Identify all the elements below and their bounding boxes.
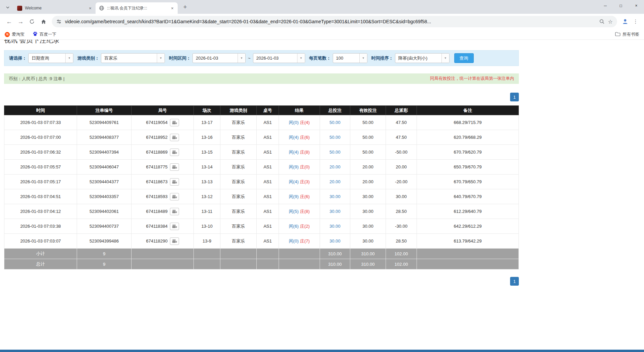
cell-total-bet: 50.00 xyxy=(320,145,350,160)
new-tab-button[interactable]: + xyxy=(180,2,190,12)
cell-bet-id: 523094404377 xyxy=(77,174,132,189)
cell-time: 2026-01-03 07:04:12 xyxy=(4,204,77,219)
sort-dropdown[interactable]: 降幂(由大到小) ▼ xyxy=(395,53,450,63)
col-session: 场次 xyxy=(194,106,220,115)
video-replay-icon[interactable] xyxy=(170,208,179,215)
chevron-down-icon[interactable]: ▼ xyxy=(238,54,245,63)
address-bar[interactable]: videoie.com/game/betrecord_search/kind3?… xyxy=(52,16,617,27)
filter-bar: 请选择： 日期查询 ▼ 游戏类别： 百家乐 ▼ 时间区间： 2026-01-03… xyxy=(4,50,519,66)
cell-valid-bet: 50.00 xyxy=(350,115,386,130)
total-bet-link[interactable]: 20.00 xyxy=(329,179,341,184)
back-button[interactable]: ← xyxy=(3,16,15,27)
maximize-button[interactable]: □ xyxy=(613,0,629,11)
chevron-down-icon[interactable]: ▼ xyxy=(157,54,165,63)
tab-close-icon[interactable]: × xyxy=(170,5,175,11)
subtotal-count: 9 xyxy=(77,249,132,259)
cell-note: 642.29/612.29 xyxy=(417,219,519,234)
sort-label: 时间排序： xyxy=(371,55,393,61)
reload-button[interactable] xyxy=(26,16,38,27)
tab-bet-record[interactable]: :::视讯 会员下注纪录::: × xyxy=(96,2,178,14)
cell-result: 闲(6)庄(2) xyxy=(279,219,320,234)
cell-game-type: 百家乐 xyxy=(220,115,257,130)
cell-time: 2026-01-03 07:03:07 xyxy=(4,234,77,249)
total-bet-link[interactable]: 30.00 xyxy=(329,238,341,244)
bookmark-star-icon[interactable]: ☆ xyxy=(608,19,613,25)
cell-time: 2026-01-03 07:05:17 xyxy=(4,174,77,189)
minimize-button[interactable]: ─ xyxy=(598,0,613,11)
tab-title: :::视讯 会员下注纪录::: xyxy=(107,5,167,11)
summary-bar: 币别：人民币 | 总共 :9 注单 | 同局有效投注，统一计算在该局第一张注单内 xyxy=(4,73,519,84)
page-size-value: 100 xyxy=(333,54,359,63)
video-replay-icon[interactable] xyxy=(170,223,179,230)
total-bet-link[interactable]: 30.00 xyxy=(329,194,341,199)
page-1-button[interactable]: 1 xyxy=(510,277,519,286)
cell-round: 674119054 xyxy=(132,115,194,130)
round-number: 674118593 xyxy=(146,194,168,199)
page-size-label: 每页笔数： xyxy=(309,55,331,61)
cell-game-type: 百家乐 xyxy=(220,145,257,160)
total-bet-link[interactable]: 50.00 xyxy=(329,150,341,155)
cell-bet-id: 523094409761 xyxy=(77,115,132,130)
browser-menu-icon[interactable]: ⋮ xyxy=(631,16,641,27)
cell-result: 闲(0)庄(7) xyxy=(279,234,320,249)
select-type-dropdown[interactable]: 日期查询 ▼ xyxy=(28,53,73,63)
cell-valid-bet: 30.00 xyxy=(350,234,386,249)
tab-search-chevron-icon[interactable] xyxy=(3,2,13,12)
site-settings-icon[interactable] xyxy=(56,19,62,24)
video-replay-icon[interactable] xyxy=(170,163,179,171)
total-bet-link[interactable]: 20.00 xyxy=(329,164,341,169)
game-type-dropdown[interactable]: 百家乐 ▼ xyxy=(101,53,165,63)
video-replay-icon[interactable] xyxy=(170,178,179,186)
total-total-bet: 310.00 xyxy=(320,259,350,269)
chevron-down-icon[interactable]: ▼ xyxy=(65,54,73,63)
subtotal-total-bet: 310.00 xyxy=(320,249,350,259)
chevron-down-icon[interactable]: ▼ xyxy=(359,54,367,63)
chevron-down-icon[interactable]: ▼ xyxy=(441,54,449,63)
round-number: 674118952 xyxy=(146,135,168,140)
cell-table-no: AS1 xyxy=(257,160,279,174)
forward-button[interactable]: → xyxy=(15,16,26,27)
cell-result: 闲(0)庄(4) xyxy=(279,115,320,130)
result-banker: 庄(4) xyxy=(300,120,310,125)
cell-note: 670.79/650.79 xyxy=(417,174,519,189)
zoom-icon[interactable] xyxy=(599,19,605,24)
search-button[interactable]: 查询 xyxy=(454,53,474,63)
round-number: 674118489 xyxy=(146,209,168,214)
page-size-dropdown[interactable]: 100 ▼ xyxy=(333,53,367,63)
cell-total-bet: 30.00 xyxy=(320,204,350,219)
url-text[interactable]: videoie.com/game/betrecord_search/kind3?… xyxy=(65,19,596,24)
table-row: 2026-01-03 07:07:00523094408377674118952… xyxy=(4,130,519,145)
total-bet-link[interactable]: 30.00 xyxy=(329,224,341,229)
bookmark-baidu[interactable]: 百度一下 xyxy=(33,31,57,37)
video-replay-icon[interactable] xyxy=(170,134,179,141)
table-row: 2026-01-03 07:04:51523094403357674118593… xyxy=(4,189,519,204)
total-bet-link[interactable]: 30.00 xyxy=(329,209,341,214)
cell-table-no: AS1 xyxy=(257,115,279,130)
subtotal-label: 小计 xyxy=(4,249,77,259)
total-bet-link[interactable]: 50.00 xyxy=(329,135,341,140)
video-replay-icon[interactable] xyxy=(170,237,179,245)
table-row: 2026-01-03 07:05:17523094404377674118673… xyxy=(4,174,519,189)
video-replay-icon[interactable] xyxy=(170,149,179,156)
total-bet-link[interactable]: 50.00 xyxy=(329,120,341,125)
tab-welcome[interactable]: Welcome × xyxy=(13,2,96,14)
result-player: 闲(4) xyxy=(289,150,299,155)
cell-total-bet: 20.00 xyxy=(320,174,350,189)
window-close-button[interactable]: × xyxy=(629,0,644,11)
date-start-dropdown[interactable]: 2026-01-03 ▼ xyxy=(192,53,246,63)
subtotal-row: 小计 9 310.00 310.00 102.00 xyxy=(4,249,519,259)
chevron-down-icon[interactable]: ▼ xyxy=(297,54,305,63)
cell-session: 13-11 xyxy=(194,204,220,219)
video-replay-icon[interactable] xyxy=(170,193,179,200)
video-replay-icon[interactable] xyxy=(170,119,179,126)
cell-valid-bet: 30.00 xyxy=(350,189,386,204)
date-end-dropdown[interactable]: 2026-01-03 ▼ xyxy=(253,53,305,63)
all-bookmarks-button[interactable]: 所有书签 xyxy=(615,32,639,37)
profile-avatar[interactable] xyxy=(620,16,631,27)
bookmark-aitaobao[interactable]: 淘 爱淘宝 xyxy=(5,32,25,37)
cell-payout: 28.50 xyxy=(386,204,417,219)
cell-result: 闲(5)庄(8) xyxy=(279,204,320,219)
page-1-button[interactable]: 1 xyxy=(510,93,519,101)
tab-close-icon[interactable]: × xyxy=(87,5,93,11)
home-button[interactable] xyxy=(38,16,49,27)
